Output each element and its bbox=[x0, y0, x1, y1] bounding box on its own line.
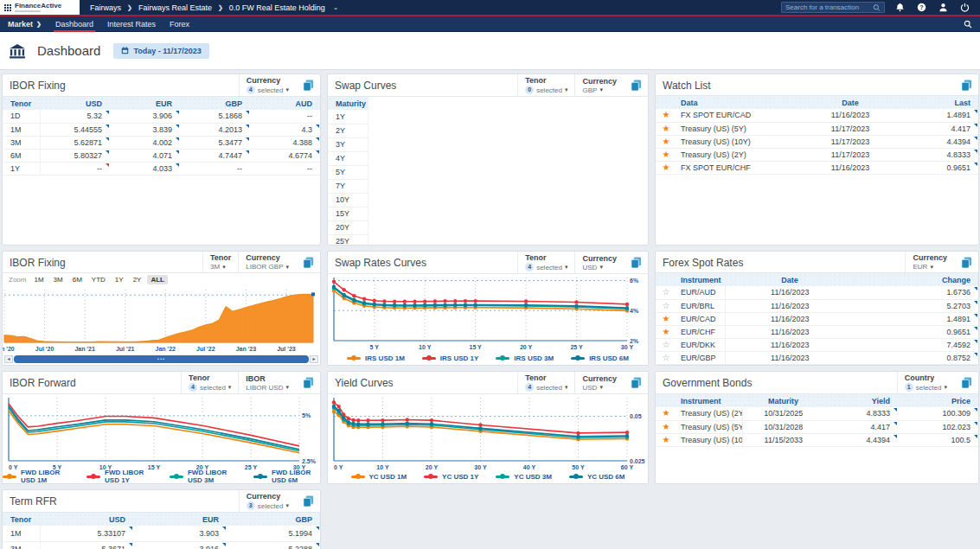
star-outline-icon[interactable]: ☆ bbox=[663, 301, 670, 310]
copy-panel-button[interactable] bbox=[954, 74, 978, 95]
star-filled-icon[interactable]: ★ bbox=[663, 137, 670, 146]
currency-filter-dropdown[interactable]: CurrencyGBP▾ bbox=[574, 74, 624, 96]
currency-filter-dropdown[interactable]: CurrencyUSD▾ bbox=[574, 372, 624, 393]
nav-item-dashboard[interactable]: Dashboard bbox=[55, 16, 93, 32]
zoom-range-button-1m[interactable]: 1M bbox=[30, 275, 47, 284]
date-cell: 11/17/2023 bbox=[803, 148, 898, 161]
date-selector-chip[interactable]: Today - 11/17/2023 bbox=[113, 43, 208, 59]
zoom-range-button-6m[interactable]: 6M bbox=[69, 275, 86, 284]
search-icon[interactable] bbox=[873, 3, 881, 12]
zoom-range-button-1y[interactable]: 1Y bbox=[112, 275, 127, 284]
legend-item[interactable]: IRS USD 1M bbox=[347, 354, 405, 362]
column-header-last: Last bbox=[898, 96, 978, 109]
chart-legend: FWD LIBOR USD 1MFWD LIBOR USD 1YFWD LIBO… bbox=[3, 469, 320, 483]
nav-item-market[interactable]: Market❯ bbox=[8, 16, 42, 32]
legend-item[interactable]: YC USD 1Y bbox=[424, 473, 478, 481]
panel-header: IBOR FixingTenor3M▾CurrencyLIBOR GBP▾ bbox=[3, 252, 320, 273]
currency-filter-dropdown[interactable]: Currency4selected▾ bbox=[239, 74, 296, 96]
copy-panel-button[interactable] bbox=[624, 74, 648, 96]
legend-item[interactable]: FWD LIBOR USD 3M bbox=[170, 469, 236, 484]
star-filled-icon[interactable]: ★ bbox=[663, 327, 670, 336]
star-outline-icon[interactable]: ☆ bbox=[663, 353, 670, 362]
zoom-range-button-2y[interactable]: 2Y bbox=[130, 275, 145, 284]
legend-item[interactable]: YC USD 6M bbox=[569, 473, 625, 481]
zoom-range-button-all[interactable]: ALL bbox=[147, 275, 168, 284]
copy-panel-button[interactable] bbox=[954, 252, 978, 272]
transaction-search[interactable] bbox=[781, 2, 885, 13]
navigator-handle[interactable]: ••• bbox=[14, 355, 309, 363]
country-filter-dropdown[interactable]: Country1selected▾ bbox=[897, 372, 954, 393]
table-row: ★EUR/CAD11/16/20231.4891 bbox=[656, 312, 978, 325]
nav-search-icon[interactable] bbox=[964, 16, 972, 32]
ibor-filter-dropdown[interactable]: IBORLIBOR USD▾ bbox=[238, 372, 296, 393]
table-row: 10Y bbox=[328, 193, 368, 207]
copy-panel-button[interactable] bbox=[954, 372, 978, 393]
navigator-left-arrow[interactable]: ◂ bbox=[4, 355, 13, 363]
copy-panel-button[interactable] bbox=[296, 252, 320, 272]
legend-item[interactable]: IRS USD 3M bbox=[496, 354, 554, 362]
chart-navigator-scrollbar[interactable]: ◂•••▸ bbox=[4, 354, 318, 363]
logout-power-icon[interactable] bbox=[960, 3, 970, 12]
legend-item[interactable]: IRS USD 6M bbox=[571, 354, 629, 362]
tenor-filter-dropdown[interactable]: Tenor4selected▾ bbox=[517, 252, 574, 273]
transaction-search-input[interactable] bbox=[785, 3, 873, 11]
legend-item[interactable]: FWD LIBOR USD 1M bbox=[3, 469, 69, 484]
tenor-filter-dropdown[interactable]: Tenor3M▾ bbox=[202, 252, 238, 272]
tenor-filter-dropdown[interactable]: Tenor4selected▾ bbox=[181, 372, 238, 393]
legend-item[interactable]: FWD LIBOR USD 1Y bbox=[86, 469, 152, 484]
star-outline-icon[interactable]: ☆ bbox=[663, 287, 670, 297]
currency-filter-dropdown[interactable]: CurrencyUSD▾ bbox=[574, 252, 624, 273]
rate-value-cell: 5.33107 bbox=[40, 526, 133, 541]
zoom-range-button-ytd[interactable]: YTD bbox=[88, 275, 109, 284]
currency-filter-dropdown[interactable]: CurrencyEUR▾ bbox=[905, 252, 954, 272]
column-header-star bbox=[656, 394, 673, 407]
star-outline-icon[interactable]: ☆ bbox=[663, 340, 670, 349]
star-filled-icon[interactable]: ★ bbox=[663, 408, 670, 418]
copy-panel-button[interactable] bbox=[296, 74, 320, 96]
star-filled-icon[interactable]: ★ bbox=[663, 124, 670, 133]
notifications-bell-icon[interactable] bbox=[895, 3, 905, 12]
nav-item-interest-rates[interactable]: Interest Rates bbox=[107, 16, 156, 32]
copy-panel-button[interactable] bbox=[624, 252, 648, 273]
copy-panel-button[interactable] bbox=[296, 372, 320, 393]
filter-value: 0selected▾ bbox=[525, 86, 567, 94]
breadcrumb-item[interactable]: Fairways bbox=[90, 3, 121, 12]
filter-value-text: LIBOR GBP bbox=[246, 263, 283, 271]
account-user-icon[interactable] bbox=[938, 3, 948, 12]
help-icon[interactable]: ? bbox=[917, 3, 926, 12]
legend-item[interactable]: IRS USD 1Y bbox=[422, 354, 478, 362]
navigator-right-arrow[interactable]: ▸ bbox=[310, 355, 318, 363]
star-filled-icon[interactable]: ★ bbox=[663, 314, 670, 323]
zoom-range-button-3m[interactable]: 3M bbox=[50, 275, 67, 284]
copy-panel-button[interactable] bbox=[624, 372, 648, 393]
table-body: 1D5.323.9065.1868--1M5.445553.8394.20134… bbox=[3, 110, 320, 175]
tenor-filter-dropdown[interactable]: Tenor4selected▾ bbox=[517, 372, 574, 393]
star-filled-icon[interactable]: ★ bbox=[663, 435, 670, 444]
currency-filter-dropdown[interactable]: CurrencyLIBOR GBP▾ bbox=[238, 252, 296, 272]
currency-filter-dropdown[interactable]: Currency3selected▾ bbox=[239, 490, 296, 512]
table-row: 3M5.36713.9165.2288 bbox=[3, 541, 320, 549]
legend-dot bbox=[500, 474, 505, 479]
star-filled-icon[interactable]: ★ bbox=[663, 150, 670, 159]
breadcrumb-item[interactable]: 0.0 FW Real Estate Holding bbox=[229, 3, 325, 12]
breadcrumb-item[interactable]: Fairways Real Estate bbox=[138, 3, 212, 12]
favorite-cell: ★ bbox=[656, 325, 673, 338]
filter-label: Currency bbox=[913, 253, 947, 262]
legend-item[interactable]: YC USD 1M bbox=[351, 473, 407, 481]
legend-item[interactable]: FWD LIBOR USD 6M bbox=[253, 469, 320, 484]
legend-label: FWD LIBOR USD 6M bbox=[272, 469, 320, 484]
filter-value-text: GBP bbox=[582, 86, 597, 94]
app-grid-icon[interactable] bbox=[4, 4, 11, 11]
filter-value-text: selected bbox=[258, 502, 284, 510]
star-filled-icon[interactable]: ★ bbox=[663, 163, 670, 172]
tenor-filter-dropdown[interactable]: Tenor0selected▾ bbox=[517, 74, 574, 96]
star-filled-icon[interactable]: ★ bbox=[663, 110, 670, 119]
panel-title: Yield Curves bbox=[328, 372, 517, 393]
nav-item-forex[interactable]: Forex bbox=[170, 16, 189, 32]
star-filled-icon[interactable]: ★ bbox=[663, 422, 670, 431]
breadcrumb-caret-icon[interactable]: ⌄ bbox=[333, 3, 339, 11]
app-logo[interactable]: FinanceActive bbox=[0, 0, 80, 15]
value-change-marker bbox=[316, 150, 319, 154]
copy-panel-button[interactable] bbox=[296, 490, 320, 512]
legend-item[interactable]: YC USD 3M bbox=[496, 473, 552, 481]
